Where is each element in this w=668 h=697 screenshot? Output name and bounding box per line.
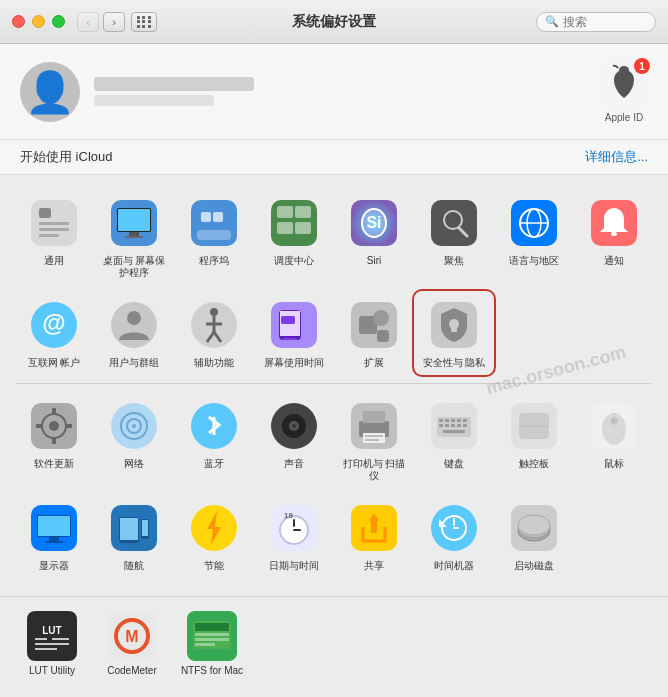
icon-item-access[interactable]: 辅助功能 — [176, 293, 252, 373]
bluetooth-label: 蓝牙 — [204, 458, 224, 470]
view-all-button[interactable] — [131, 12, 157, 32]
printers-icon — [346, 398, 402, 454]
svg-rect-60 — [36, 424, 42, 428]
svg-rect-111 — [293, 519, 295, 527]
search-input[interactable] — [563, 15, 648, 29]
svg-rect-13 — [197, 230, 231, 240]
icloud-text: 开始使用 iCloud — [20, 148, 112, 166]
icon-item-network[interactable]: 网络 — [96, 394, 172, 486]
icon-item-desktop[interactable]: 桌面与 屏幕保护程序 — [96, 191, 172, 283]
bluetooth-icon — [186, 398, 242, 454]
icon-item-extensions[interactable]: 扩展 — [336, 293, 412, 373]
svg-rect-117 — [453, 518, 455, 526]
third-party-section: LUTLUT UtilityMCodeMeterNTFS for Mac — [0, 596, 668, 691]
icloud-details-link[interactable]: 详细信息... — [585, 148, 648, 166]
grid-row-2: @互联网 帐户用户与群组辅助功能屏幕使用时间扩展安全性与 隐私 — [16, 293, 652, 373]
svg-rect-32 — [611, 232, 617, 236]
icon-item-energy[interactable]: 节能 — [176, 496, 252, 576]
profile-sub-placeholder — [94, 95, 214, 106]
mission-icon — [266, 195, 322, 251]
svg-text:LUT: LUT — [42, 625, 61, 636]
svg-rect-51 — [377, 330, 389, 342]
apple-id-label: Apple ID — [605, 112, 643, 123]
search-box[interactable]: 🔍 — [536, 12, 656, 32]
icon-item-internet[interactable]: @互联网 帐户 — [16, 293, 92, 373]
icon-item-security[interactable]: 安全性与 隐私 — [416, 293, 492, 373]
mission-label: 调度中心 — [274, 255, 314, 267]
security-label: 安全性与 隐私 — [423, 357, 486, 369]
svg-rect-90 — [443, 430, 465, 433]
codemeter-third-party-icon: M — [107, 611, 157, 661]
desktop-label: 桌面与 屏幕保护程序 — [100, 255, 168, 279]
icon-item-bluetooth[interactable]: 蓝牙 — [176, 394, 252, 486]
svg-rect-61 — [66, 424, 72, 428]
third-party-item-ntfs[interactable]: NTFS for Mac — [176, 607, 248, 681]
focus-label: 聚焦 — [444, 255, 464, 267]
svg-rect-83 — [457, 419, 461, 422]
third-party-item-codemeter[interactable]: MCodeMeter — [96, 607, 168, 681]
svg-rect-17 — [277, 206, 293, 218]
svg-rect-18 — [295, 206, 311, 218]
forward-button[interactable]: › — [103, 12, 125, 32]
icon-item-sound[interactable]: 声音 — [256, 394, 332, 486]
maximize-button[interactable] — [52, 15, 65, 28]
sidecar-icon — [106, 500, 162, 556]
apple-id-button[interactable]: 1 Apple ID — [600, 60, 648, 123]
sound-icon — [266, 398, 322, 454]
svg-point-97 — [610, 418, 618, 424]
general-icon — [26, 195, 82, 251]
network-icon — [106, 398, 162, 454]
icon-item-sidecar[interactable]: 随航 — [96, 496, 172, 576]
icon-item-trackpad[interactable]: 触控板 — [496, 394, 572, 486]
svg-rect-6 — [39, 234, 59, 237]
icon-item-screentime[interactable]: 屏幕使用时间 — [256, 293, 332, 373]
icon-item-keyboard[interactable]: 键盘 — [416, 394, 492, 486]
svg-rect-77 — [365, 439, 379, 441]
profile-left: 👤 — [20, 62, 254, 122]
internet-icon: @ — [26, 297, 82, 353]
sharing-icon — [346, 500, 402, 556]
grid-icon — [137, 16, 152, 28]
icon-item-focus[interactable]: 聚焦 — [416, 191, 492, 283]
back-button[interactable]: ‹ — [77, 12, 99, 32]
close-button[interactable] — [12, 15, 25, 28]
internet-label: 互联网 帐户 — [28, 357, 81, 369]
icon-item-software[interactable]: 软件更新 — [16, 394, 92, 486]
icon-item-notification[interactable]: 通知 — [576, 191, 652, 283]
icon-item-dock[interactable]: 程序坞 — [176, 191, 252, 283]
icon-item-sharing[interactable]: 共享 — [336, 496, 412, 576]
third-party-item-lut[interactable]: LUTLUT Utility — [16, 607, 88, 681]
energy-icon — [186, 500, 242, 556]
icon-item-language[interactable]: 语言与地区 — [496, 191, 572, 283]
svg-rect-5 — [39, 228, 69, 231]
icon-item-startup[interactable]: 启动磁盘 — [496, 496, 572, 576]
svg-point-65 — [132, 424, 136, 428]
datetime-label: 日期与时间 — [269, 560, 319, 572]
title-bar: ‹ › 系统偏好设置 🔍 — [0, 0, 668, 44]
extensions-icon — [346, 297, 402, 353]
svg-rect-138 — [195, 643, 215, 646]
access-label: 辅助功能 — [194, 357, 234, 369]
timemachine-icon — [426, 500, 482, 556]
icon-item-users[interactable]: 用户与群组 — [96, 293, 172, 373]
ntfs-third-party-label: NTFS for Mac — [181, 665, 243, 677]
icloud-banner: 开始使用 iCloud 详细信息... — [0, 140, 668, 175]
minimize-button[interactable] — [32, 15, 45, 28]
avatar-icon: 👤 — [25, 72, 75, 112]
svg-text:@: @ — [42, 309, 65, 336]
lut-third-party-label: LUT Utility — [29, 665, 75, 677]
icon-item-mission[interactable]: 调度中心 — [256, 191, 332, 283]
icon-item-datetime[interactable]: 18日期与时间 — [256, 496, 332, 576]
codemeter-third-party-label: CodeMeter — [107, 665, 156, 677]
icon-item-display[interactable]: 显示器 — [16, 496, 92, 576]
printers-label: 打印机与 扫描仪 — [340, 458, 408, 482]
icon-item-printers[interactable]: 打印机与 扫描仪 — [336, 394, 412, 486]
icon-item-timemachine[interactable]: 时间机器 — [416, 496, 492, 576]
icon-item-general[interactable]: 通用 — [16, 191, 92, 283]
icon-item-siri[interactable]: SiSiri — [336, 191, 412, 283]
trackpad-label: 触控板 — [519, 458, 549, 470]
svg-rect-10 — [129, 232, 139, 236]
icon-item-mouse[interactable]: 鼠标 — [576, 394, 652, 486]
screentime-icon — [266, 297, 322, 353]
access-icon — [186, 297, 242, 353]
